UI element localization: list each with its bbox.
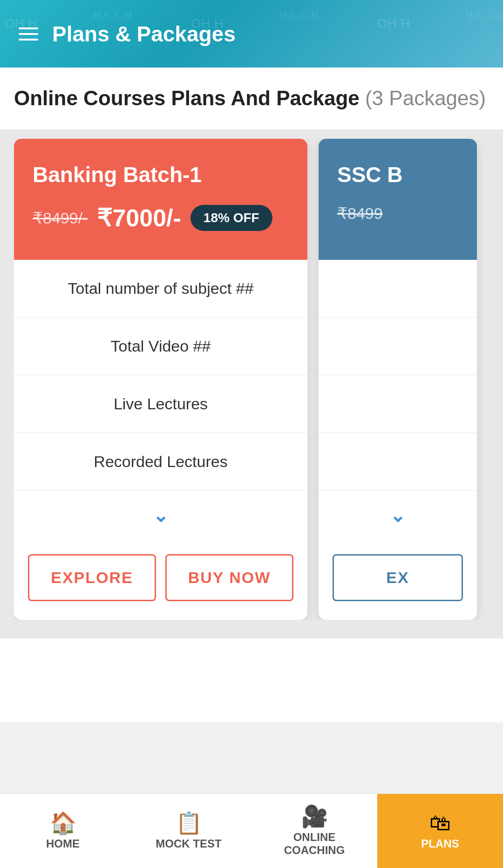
- nav-plans[interactable]: 🛍 PLANS: [377, 794, 503, 868]
- ssc-card-title: SSC B: [337, 162, 458, 187]
- banking-card-footer: EXPLORE BUY NOW: [14, 540, 307, 620]
- nav-home-label: HOME: [46, 837, 80, 850]
- nav-home[interactable]: 🏠 HOME: [0, 794, 126, 868]
- header-title: Plans & Packages: [52, 21, 236, 47]
- nav-online-coaching[interactable]: 🎥 ONLINECOACHING: [252, 794, 377, 868]
- bottom-navigation: 🏠 HOME 📋 MOCK TEST 🎥 ONLINECOACHING 🛍 PL…: [0, 793, 503, 868]
- banking-discounted-price: ₹7000/-: [97, 204, 181, 232]
- expand-row[interactable]: ⌄: [14, 491, 307, 540]
- ssc-feature-1: [319, 260, 477, 318]
- ssc-feature-4: [319, 433, 477, 491]
- chevron-down-icon[interactable]: ⌄: [153, 505, 169, 526]
- nav-mock-test-label: MOCK TEST: [156, 837, 221, 850]
- ssc-card-header: SSC B ₹8499: [319, 139, 477, 260]
- nav-mock-test[interactable]: 📋 MOCK TEST: [126, 794, 252, 868]
- feature-video: Total Video ##: [14, 318, 307, 375]
- page-heading: Online Courses Plans And Package (3 Pack…: [14, 86, 489, 111]
- banking-card-title: Banking Batch-1: [33, 162, 289, 187]
- ssc-card-footer: EX: [319, 540, 477, 620]
- app-header: Plans & Packages: [0, 0, 503, 68]
- mock-test-icon: 📋: [176, 812, 202, 834]
- ssc-explore-button[interactable]: EX: [333, 554, 463, 601]
- feature-recorded: Recorded Lectures: [14, 433, 307, 491]
- ssc-card: SSC B ₹8499 ⌄ EX: [319, 139, 477, 620]
- ssc-expand-row[interactable]: ⌄: [319, 491, 477, 540]
- cards-scroll: Banking Batch-1 ₹8499/- ₹7000/- 18% OFF …: [14, 139, 489, 620]
- nav-online-coaching-label: ONLINECOACHING: [284, 831, 345, 857]
- ssc-chevron-down-icon[interactable]: ⌄: [390, 505, 406, 526]
- ssc-feature-2: [319, 318, 477, 375]
- hamburger-menu[interactable]: [19, 27, 38, 41]
- cards-section: Banking Batch-1 ₹8499/- ₹7000/- 18% OFF …: [0, 129, 503, 638]
- page-content: Online Courses Plans And Package (3 Pack…: [0, 68, 503, 722]
- ssc-feature-3: [319, 375, 477, 433]
- ssc-card-body: ⌄: [319, 260, 477, 540]
- nav-plans-label: PLANS: [421, 837, 459, 850]
- buy-now-button[interactable]: BUY NOW: [165, 554, 293, 601]
- banking-original-price: ₹8499/-: [33, 209, 88, 227]
- banking-card-header: Banking Batch-1 ₹8499/- ₹7000/- 18% OFF: [14, 139, 307, 260]
- banking-card: Banking Batch-1 ₹8499/- ₹7000/- 18% OFF …: [14, 139, 307, 620]
- ssc-price-row: ₹8499: [337, 204, 458, 223]
- ssc-original-price: ₹8499: [337, 204, 383, 223]
- online-coaching-icon: 🎥: [301, 806, 328, 827]
- banking-card-body: Total number of subject ## Total Video #…: [14, 260, 307, 540]
- banking-price-row: ₹8499/- ₹7000/- 18% OFF: [33, 204, 289, 232]
- explore-button[interactable]: EXPLORE: [28, 554, 156, 601]
- banking-discount-badge: 18% OFF: [190, 205, 272, 231]
- feature-subject: Total number of subject ##: [14, 260, 307, 318]
- home-icon: 🏠: [50, 812, 76, 834]
- feature-live: Live Lectures: [14, 375, 307, 433]
- plans-icon: 🛍: [429, 812, 451, 834]
